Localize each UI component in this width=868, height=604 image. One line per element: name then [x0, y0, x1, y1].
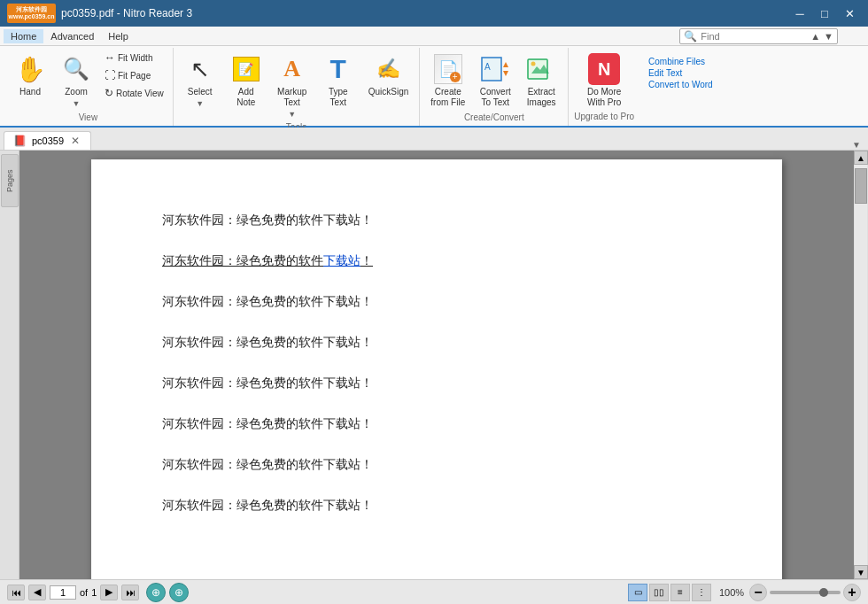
fit-width-label: Fit Width [118, 53, 152, 63]
do-more-button[interactable]: N Do MoreWith Pro [582, 50, 626, 112]
zoom-icon: 🔍 [60, 53, 92, 85]
document-viewer: 河东软件园：绿色免费的软件下载站！ 河东软件园：绿色免费的软件下载站！ 河东软件… [19, 151, 854, 579]
document-scroll[interactable]: 河东软件园：绿色免费的软件下载站！ 河东软件园：绿色免费的软件下载站！ 河东软件… [19, 151, 854, 579]
document-tab[interactable]: 📕 pc0359 ✕ [4, 131, 91, 150]
zoom-controls: 100% − + [717, 584, 861, 601]
current-page-input[interactable] [50, 585, 76, 600]
convert-to-text-button[interactable]: A ConvertTo Text [474, 50, 516, 112]
zoom-in-button[interactable]: + [843, 584, 861, 601]
add-note-button[interactable]: 📝 AddNote [225, 50, 267, 112]
ribbon-group-tools: ↖ Select ▼ 📝 AddNote A MarkupText ▼ T [174, 48, 421, 126]
zoom-button[interactable]: 🔍 Zoom ▼ [55, 50, 97, 112]
tab-pdf-icon: 📕 [13, 135, 27, 147]
pages-panel-button[interactable]: Pages [1, 154, 19, 207]
main-area: Pages 河东软件园：绿色免费的软件下载站！ 河东软件园：绿色免费的软件下载站… [0, 151, 868, 579]
markup-icon: A [276, 53, 308, 85]
markup-text-button[interactable]: A MarkupText ▼ [271, 50, 314, 122]
upgrade-links: Combine Files Edit Text Convert to Word [641, 50, 720, 91]
convert-to-text-label: ConvertTo Text [480, 87, 511, 108]
scroll-down-button[interactable]: ▼ [854, 565, 868, 579]
tab-overflow-button[interactable]: ▼ [852, 140, 864, 150]
status-right: ▭ ▯▯ ≡ ⋮ 100% − + [628, 584, 861, 601]
convert-to-word-link[interactable]: Convert to Word [648, 80, 713, 89]
window-title: pc0359.pdf - Nitro Reader 3 [61, 7, 192, 19]
markup-label: MarkupText [277, 87, 306, 108]
quicksign-button[interactable]: ✍ QuickSign [363, 50, 415, 101]
continuous-view-button[interactable]: ⋮ [692, 584, 711, 601]
zoom-label: Zoom [65, 87, 88, 97]
vertical-scrollbar: ▲ ▼ [854, 151, 868, 579]
menu-advanced[interactable]: Advanced [43, 29, 101, 43]
status-bar: ⏮ ◀ of 1 ▶ ⏭ ⊕ ⊕ ▭ ▯▯ ≡ ⋮ 100% − + [0, 579, 868, 604]
tab-close-button[interactable]: ✕ [69, 135, 81, 147]
create-from-file-button[interactable]: 📄 + Createfrom File [425, 50, 470, 112]
scroll-thumb[interactable] [855, 168, 867, 204]
hand-button[interactable]: ✋ Hand [9, 50, 51, 101]
quicksign-icon: ✍ [373, 53, 405, 85]
select-dropdown-arrow: ▼ [196, 99, 204, 108]
search-nav-prev[interactable]: ▲ [810, 31, 820, 42]
view-group-label: View [79, 112, 98, 124]
search-nav-next[interactable]: ▼ [824, 31, 833, 42]
doc-line-2: 河东软件园：绿色免费的软件下载站！ [162, 253, 711, 269]
fit-page-button[interactable]: ⛶ Fit Page [101, 67, 167, 83]
first-page-button[interactable]: ⏮ [7, 585, 25, 600]
double-page-view-button[interactable]: ▯▯ [649, 584, 669, 601]
close-button[interactable]: ✕ [838, 4, 861, 22]
extract-images-icon [525, 53, 557, 85]
nav-green-forward[interactable]: ⊕ [169, 583, 189, 602]
navigation-controls: ⏮ ◀ of 1 ▶ ⏭ ⊕ ⊕ [7, 583, 189, 602]
fit-width-button[interactable]: ↔ Fit Width [101, 50, 167, 66]
menu-home[interactable]: Home [4, 29, 43, 43]
zoom-slider[interactable] [770, 591, 841, 594]
extract-images-label: ExtractImages [527, 87, 556, 108]
last-page-button[interactable]: ⏭ [121, 585, 139, 600]
doc-line-3: 河东软件园：绿色免费的软件下载站！ [162, 294, 711, 310]
select-label: Select [188, 87, 213, 97]
ribbon-group-view: ✋ Hand 🔍 Zoom ▼ ↔ Fit Width ⛶ Fit Page [4, 48, 174, 126]
next-page-button[interactable]: ▶ [100, 585, 118, 600]
hand-icon: ✋ [14, 53, 46, 85]
edit-text-link[interactable]: Edit Text [648, 68, 713, 78]
type-text-button[interactable]: T TypeText [317, 50, 360, 112]
rotate-view-button[interactable]: ↻ Rotate View [101, 85, 167, 101]
zoom-level: 100% [717, 587, 747, 598]
create-convert-group-label: Create/Convert [464, 112, 524, 124]
scroll-view-button[interactable]: ≡ [670, 584, 690, 601]
select-button[interactable]: ↖ Select ▼ [179, 50, 221, 112]
rotate-view-icon: ↻ [105, 87, 113, 99]
search-input[interactable] [701, 31, 807, 42]
combine-files-link[interactable]: Combine Files [648, 57, 713, 66]
ribbon: ✋ Hand 🔍 Zoom ▼ ↔ Fit Width ⛶ Fit Page [0, 46, 868, 128]
doc-line-6: 河东软件园：绿色免费的软件下载站！ [162, 416, 711, 432]
scroll-track[interactable] [855, 165, 867, 565]
markup-dropdown-arrow: ▼ [288, 110, 296, 119]
zoom-out-button[interactable]: − [749, 584, 767, 601]
doc-line-4: 河东软件园：绿色免费的软件下载站！ [162, 335, 711, 351]
doc-line-7: 河东软件园：绿色免费的软件下载站！ [162, 457, 711, 473]
fit-width-icon: ↔ [105, 51, 115, 64]
scroll-up-button[interactable]: ▲ [854, 151, 868, 165]
fit-page-label: Fit Page [118, 71, 151, 81]
page-info: of 1 [50, 585, 97, 600]
ribbon-toolbar: ✋ Hand 🔍 Zoom ▼ ↔ Fit Width ⛶ Fit Page [0, 46, 868, 126]
prev-page-button[interactable]: ◀ [28, 585, 46, 600]
doc-line-1: 河东软件园：绿色免费的软件下载站！ [162, 213, 711, 228]
maximize-button[interactable]: □ [813, 4, 836, 22]
extract-images-button[interactable]: ExtractImages [520, 50, 562, 112]
fit-page-icon: ⛶ [105, 69, 115, 81]
minimize-button[interactable]: ─ [788, 4, 811, 22]
menu-help[interactable]: Help [101, 29, 136, 43]
zoom-dropdown-arrow: ▼ [73, 99, 81, 108]
nav-green-back[interactable]: ⊕ [146, 583, 166, 602]
single-page-view-button[interactable]: ▭ [628, 584, 647, 601]
convert-to-text-icon: A [479, 53, 511, 85]
zoom-slider-thumb[interactable] [819, 588, 828, 597]
create-from-file-label: Createfrom File [430, 87, 465, 108]
title-bar: 河东软件园www.pc0359.cn pc0359.pdf - Nitro Re… [0, 0, 868, 27]
ribbon-group-upgrade: N Do MoreWith Pro Upgrade to Pro Combine… [569, 48, 725, 126]
quicksign-label: QuickSign [368, 87, 409, 97]
page-of-label: of [80, 587, 88, 598]
svg-text:A: A [484, 62, 491, 72]
total-pages: 1 [91, 587, 97, 598]
